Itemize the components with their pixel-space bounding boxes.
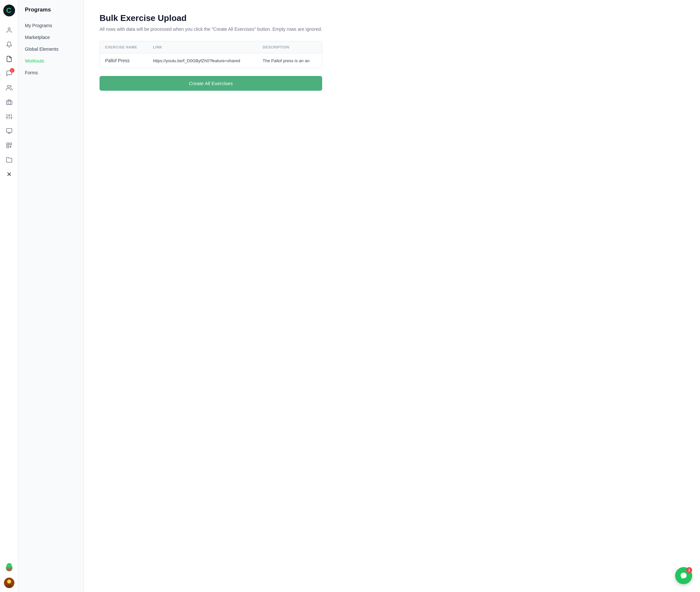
create-all-exercises-button[interactable]: Create All Exercises — [100, 76, 322, 91]
app-logo[interactable]: C — [3, 4, 16, 17]
user-avatar[interactable] — [4, 578, 14, 588]
bag-icon[interactable] — [3, 96, 16, 109]
svg-point-29 — [10, 565, 10, 565]
svg-rect-14 — [6, 129, 12, 133]
chart-icon[interactable] — [3, 125, 16, 138]
sidebar-item-forms[interactable]: Forms — [18, 67, 84, 79]
chat-bubble-icon[interactable]: 1 — [3, 67, 16, 80]
svg-rect-17 — [7, 143, 8, 145]
sidebar-item-marketplace[interactable]: Marketplace — [18, 32, 84, 43]
exercise-table: EXERCISE NAME LINK DESCRIPTION Pallof Pr… — [100, 41, 322, 68]
page-subtitle: All rows with data will be processed whe… — [100, 27, 684, 32]
svg-rect-19 — [7, 146, 8, 148]
bell-icon[interactable] — [3, 38, 16, 51]
svg-point-28 — [8, 565, 8, 565]
exercise-description-cell: The Pallof press is an an — [257, 53, 322, 68]
folder-icon[interactable] — [3, 153, 16, 166]
close-nav-icon[interactable] — [3, 168, 16, 181]
icon-sidebar: C 1 — [0, 0, 18, 592]
svg-rect-30 — [6, 566, 7, 569]
svg-text:C: C — [6, 6, 11, 14]
svg-rect-18 — [9, 143, 11, 145]
page-title: Bulk Exercise Upload — [100, 13, 684, 23]
svg-point-25 — [7, 563, 12, 569]
document-icon[interactable] — [3, 52, 16, 65]
sidebar-item-my-programs[interactable]: My Programs — [18, 20, 84, 32]
sidebar-title: Programs — [18, 7, 84, 20]
chat-button[interactable]: 2 — [675, 567, 692, 584]
col-header-exercise-name: EXERCISE NAME — [100, 41, 148, 53]
sidebar-item-workouts[interactable]: Workouts — [18, 55, 84, 67]
person-icon[interactable] — [3, 23, 16, 37]
chat-badge-count: 2 — [686, 567, 692, 573]
sliders-icon[interactable] — [3, 110, 16, 123]
col-header-description: DESCRIPTION — [257, 41, 322, 53]
sidebar-item-global-elements[interactable]: Global Elements — [18, 43, 84, 55]
exercise-name-cell: Pallof Press — [100, 53, 148, 68]
svg-rect-31 — [11, 566, 12, 569]
group-icon[interactable] — [3, 81, 16, 94]
exercise-link-cell: https://youtu.be/f_D0GByfZh0?feature=sha… — [148, 53, 257, 68]
main-content: Bulk Exercise Upload All rows with data … — [84, 0, 700, 592]
chat-badge: 1 — [10, 68, 14, 73]
svg-point-33 — [7, 580, 11, 584]
mascot-icon — [3, 560, 16, 574]
nav-sidebar: Programs My Programs Marketplace Global … — [18, 0, 84, 592]
table-row: Pallof Press https://youtu.be/f_D0GByfZh… — [100, 53, 322, 68]
col-header-link: LINK — [148, 41, 257, 53]
svg-rect-4 — [6, 101, 12, 105]
svg-point-3 — [7, 86, 9, 88]
grid-plus-icon[interactable] — [3, 139, 16, 152]
svg-point-2 — [8, 28, 10, 30]
